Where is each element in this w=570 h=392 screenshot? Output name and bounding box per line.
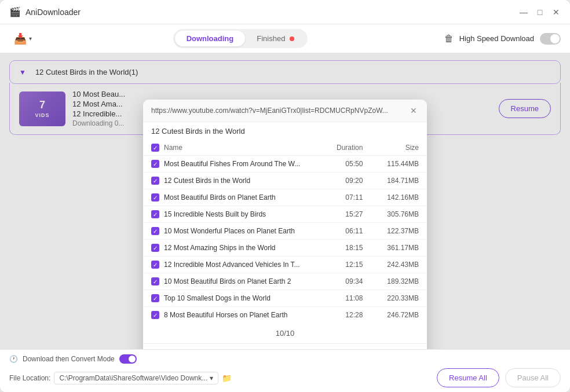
- file-location-label: File Location:: [9, 374, 50, 382]
- toolbar-right: 🗑 High Speed Download: [444, 33, 561, 45]
- table-row: 8 Most Beautiful Horses on Planet Earth …: [143, 307, 427, 324]
- table-cell-duration: 11:08: [324, 290, 374, 307]
- col-header-size: Size: [374, 140, 427, 156]
- finished-badge: [290, 36, 294, 41]
- row-checkbox-1[interactable]: [151, 177, 159, 185]
- table-cell-duration: 18:15: [324, 240, 374, 257]
- table-cell-size: 220.33MB: [374, 290, 427, 307]
- app-icon: 🎬: [9, 6, 21, 17]
- table-cell-duration: 09:34: [324, 273, 374, 290]
- convert-mode-toggle[interactable]: [119, 354, 137, 364]
- table-cell-duration: 15:27: [324, 206, 374, 223]
- table-row: 12 Incredible Most Advanced Vehicles In …: [143, 257, 427, 273]
- table-cell-size: 142.16MB: [374, 189, 427, 206]
- app-window: 🎬 AniDownloader — □ ✕ 📥 ▾ Downloading Fi…: [0, 0, 570, 392]
- table-cell-name: 10 Most Wonderful Places on Planet Earth: [143, 223, 324, 240]
- table-row: 15 Incredible Nests Built by Birds 15:27…: [143, 206, 427, 223]
- row-checkbox-7[interactable]: [151, 277, 159, 285]
- high-speed-label: High Speed Download: [459, 34, 534, 43]
- footer-actions: File Location: C:\ProgramData\iShareSoft…: [9, 368, 561, 387]
- row-checkbox-4[interactable]: [151, 227, 159, 235]
- table-row: Most Beautiful Fishes From Around The W.…: [143, 156, 427, 173]
- download-mode: 🕐 Download then Convert Mode: [9, 354, 137, 364]
- table-cell-duration: 12:28: [324, 307, 374, 324]
- table-cell-duration: 09:20: [324, 173, 374, 189]
- table-cell-size: 189.32MB: [374, 273, 427, 290]
- clock-icon: 🕐: [9, 355, 18, 363]
- table-cell-size: 305.76MB: [374, 206, 427, 223]
- table-row: 10 Most Beautiful Birds on Planet Earth …: [143, 273, 427, 290]
- table-cell-name: 12 Most Amazing Ships in the World: [143, 240, 324, 257]
- table-cell-name: 8 Most Beautiful Horses on Planet Earth: [143, 307, 324, 324]
- close-button[interactable]: ✕: [551, 8, 561, 17]
- title-bar: 🎬 AniDownloader — □ ✕: [0, 0, 570, 24]
- count-row: 10/10: [143, 323, 427, 344]
- main-content: ▼ 12 Cutest Birds in the World(1) 7 VIDS…: [0, 53, 570, 349]
- modal-overlay: https://www.youtube.com/watch?v=MjEaniGT…: [0, 53, 570, 349]
- footer-top: 🕐 Download then Convert Mode: [9, 354, 561, 364]
- resume-all-button[interactable]: Resume All: [437, 368, 499, 387]
- table-row: Most Beautiful Birds on Planet Earth 07:…: [143, 189, 427, 206]
- table-cell-duration: 05:50: [324, 156, 374, 173]
- modal-footer: Save as: Video ▾ Quality: 720P ▾ Down: [143, 344, 427, 349]
- row-checkbox-0[interactable]: [151, 160, 159, 168]
- trash-icon[interactable]: 🗑: [444, 34, 454, 44]
- chevron-down-icon: ▾: [29, 35, 32, 42]
- modal-playlist-title: 12 Cutest Birds in the World: [143, 122, 427, 140]
- row-checkbox-5[interactable]: [151, 244, 159, 252]
- row-checkbox-8[interactable]: [151, 294, 159, 302]
- pause-all-button[interactable]: Pause All: [505, 368, 561, 387]
- table-cell-size: 184.71MB: [374, 173, 427, 189]
- file-location: File Location: C:\ProgramData\iShareSoft…: [9, 372, 232, 384]
- tab-finished[interactable]: Finished: [245, 31, 306, 46]
- table-cell-name: 10 Most Beautiful Birds on Planet Earth …: [143, 273, 324, 290]
- chevron-down-icon: ▾: [210, 374, 213, 382]
- table-row: Top 10 Smallest Dogs in the World 11:08 …: [143, 290, 427, 307]
- add-icon: 📥: [14, 32, 27, 45]
- add-download-button[interactable]: 📥 ▾: [9, 30, 36, 47]
- tab-group: Downloading Finished: [173, 29, 308, 48]
- table-cell-size: 361.17MB: [374, 240, 427, 257]
- col-header-name: Name: [143, 140, 324, 156]
- modal-url-text: https://www.youtube.com/watch?v=MjEaniGT…: [151, 107, 404, 115]
- table-row: 12 Cutest Birds in the World 09:20 184.7…: [143, 173, 427, 189]
- row-checkbox-2[interactable]: [151, 193, 159, 202]
- app-title: AniDownloader: [25, 8, 81, 17]
- table-cell-name: 12 Cutest Birds in the World: [143, 173, 324, 189]
- col-header-duration: Duration: [324, 140, 374, 156]
- folder-icon[interactable]: 📁: [222, 373, 232, 383]
- minimize-button[interactable]: —: [519, 8, 528, 17]
- select-all-checkbox[interactable]: [151, 144, 159, 152]
- table-row: 12 Most Amazing Ships in the World 18:15…: [143, 240, 427, 257]
- modal-table: Name Duration Size Most Beautiful Fishes…: [143, 140, 427, 323]
- toolbar-left: 📥 ▾: [9, 30, 36, 47]
- footer-buttons: Resume All Pause All: [437, 368, 561, 387]
- table-row: 10 Most Wonderful Places on Planet Earth…: [143, 223, 427, 240]
- table-cell-size: 242.43MB: [374, 257, 427, 273]
- table-cell-name: Most Beautiful Fishes From Around The W.…: [143, 156, 324, 173]
- maximize-button[interactable]: □: [535, 8, 545, 17]
- tab-downloading[interactable]: Downloading: [175, 31, 246, 46]
- convert-mode-label: Download then Convert Mode: [23, 355, 115, 363]
- file-path[interactable]: C:\ProgramData\iShareSoftware\Video Down…: [54, 372, 218, 384]
- row-checkbox-3[interactable]: [151, 210, 159, 218]
- table-cell-duration: 12:15: [324, 257, 374, 273]
- table-cell-size: 115.44MB: [374, 156, 427, 173]
- table-cell-name: Most Beautiful Birds on Planet Earth: [143, 189, 324, 206]
- modal-close-button[interactable]: ✕: [408, 105, 419, 116]
- high-speed-toggle[interactable]: [540, 33, 561, 45]
- footer: 🕐 Download then Convert Mode File Locati…: [0, 349, 570, 392]
- row-checkbox-6[interactable]: [151, 261, 159, 269]
- modal: https://www.youtube.com/watch?v=MjEaniGT…: [143, 100, 427, 349]
- title-bar-left: 🎬 AniDownloader: [9, 6, 81, 17]
- table-cell-name: 15 Incredible Nests Built by Birds: [143, 206, 324, 223]
- table-cell-size: 246.72MB: [374, 307, 427, 324]
- table-cell-duration: 07:11: [324, 189, 374, 206]
- table-cell-size: 122.37MB: [374, 223, 427, 240]
- table-cell-name: 12 Incredible Most Advanced Vehicles In …: [143, 257, 324, 273]
- window-controls: — □ ✕: [519, 8, 561, 17]
- row-checkbox-9[interactable]: [151, 311, 159, 319]
- table-cell-name: Top 10 Smallest Dogs in the World: [143, 290, 324, 307]
- toolbar: 📥 ▾ Downloading Finished 🗑 High Speed Do…: [0, 24, 570, 53]
- modal-url-bar: https://www.youtube.com/watch?v=MjEaniGT…: [143, 100, 427, 122]
